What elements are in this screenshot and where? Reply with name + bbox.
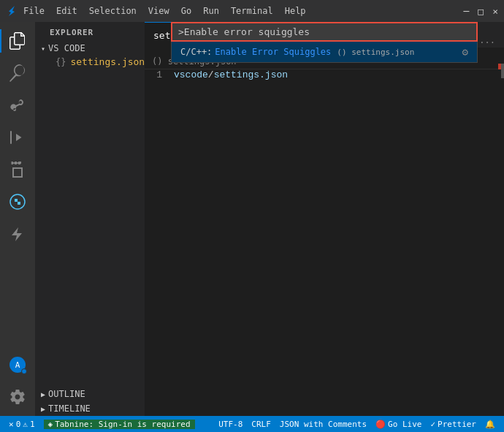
outline-section[interactable]: ▶ OUTLINE (35, 387, 145, 401)
status-left: ✕ 0 ⚠ 1 ◈ Tabnine: Sign-in is required (6, 420, 195, 429)
command-gear-icon[interactable]: ⚙ (462, 46, 468, 58)
scrollbar-thumb[interactable] (501, 64, 504, 78)
error-icon: ✕ (9, 420, 14, 429)
golive-icon: 🔴 (375, 420, 386, 429)
vs-code-section: ▾ VS CODE {} settings.json 1 (35, 40, 145, 70)
app-icon (6, 5, 18, 17)
titlebar: File Edit Selection View Go Run Terminal… (0, 0, 504, 22)
settings-file-item[interactable]: {} settings.json 1 (35, 55, 145, 69)
vs-code-section-header[interactable]: ▾ VS CODE (35, 42, 145, 55)
editor-line-1: 1 vscode/settings.json (145, 69, 504, 84)
source-control-activity-icon[interactable] (0, 89, 35, 121)
minimap-indicator (498, 64, 501, 69)
code-file: settings.json (214, 69, 288, 80)
line-ending-label: CRLF (251, 420, 271, 429)
golive-status[interactable]: 🔴 Go Live (373, 420, 424, 429)
error-count: 0 (16, 420, 21, 429)
close-button[interactable]: × (492, 6, 498, 17)
editor-area: C/C++: Enable Error Squiggles () setting… (145, 22, 504, 416)
run-debug-activity-icon[interactable] (0, 121, 35, 154)
extensions-activity-icon[interactable] (0, 154, 35, 186)
menu-terminal[interactable]: Terminal (231, 6, 273, 16)
sidebar: EXPLORER ▾ VS CODE {} settings.json 1 ▶ … (35, 22, 145, 416)
command-item[interactable]: C/C++: Enable Error Squiggles () setting… (172, 42, 477, 62)
activity-bar: A (0, 22, 35, 416)
command-input-wrapper (171, 22, 478, 42)
prettier-label: Prettier (438, 420, 476, 429)
minimize-button[interactable]: ─ (464, 6, 470, 17)
scrollbar-track (501, 64, 504, 416)
file-name: settings.json (70, 56, 145, 67)
menu-selection[interactable]: Selection (89, 6, 137, 16)
prettier-status[interactable]: ✓ Prettier (427, 420, 479, 429)
command-dropdown: C/C++: Enable Error Squiggles () setting… (171, 42, 478, 63)
language-status[interactable]: JSON with Comments (277, 420, 370, 429)
menu-view[interactable]: View (148, 6, 169, 16)
menu-file[interactable]: File (23, 6, 45, 16)
prettier-icon: ✓ (430, 420, 435, 429)
status-errors[interactable]: ✕ 0 ⚠ 1 (6, 420, 38, 429)
file-icon: {} (56, 57, 66, 67)
maximize-button[interactable]: □ (478, 6, 484, 17)
sidebar-bottom: ▶ OUTLINE ▶ TIMELINE (35, 387, 145, 416)
code-path: vscode (174, 69, 208, 80)
timeline-label: TIMELINE (48, 403, 91, 414)
status-right: UTF-8 CRLF JSON with Comments 🔴 Go Live … (215, 420, 498, 429)
line-content-1: vscode/settings.json (174, 69, 288, 80)
warning-count: 1 (30, 420, 35, 429)
command-label: Enable Error Squiggles (215, 47, 331, 57)
language-label: JSON with Comments (280, 420, 367, 429)
encoding-label: UTF-8 (218, 420, 243, 429)
bell-icon: 🔔 (485, 420, 495, 429)
outline-arrow-icon: ▶ (41, 390, 45, 398)
tabnine-icon: ◈ (48, 420, 53, 429)
menu-run[interactable]: Run (203, 6, 219, 16)
outline-label: OUTLINE (48, 389, 85, 399)
explorer-activity-icon[interactable] (0, 25, 35, 57)
window-controls: ─ □ × (464, 6, 498, 17)
command-sub: () settings.json (337, 48, 414, 57)
command-category: C/C++: (180, 47, 212, 57)
timeline-section[interactable]: ▶ TIMELINE (35, 401, 145, 416)
more-actions-icon[interactable]: ··· (479, 37, 495, 48)
command-palette-input[interactable] (178, 26, 470, 37)
sidebar-header: EXPLORER (35, 22, 145, 40)
menu-edit[interactable]: Edit (56, 6, 77, 16)
menu-go[interactable]: Go (181, 6, 191, 16)
remote-activity-icon[interactable] (0, 218, 35, 250)
menu-help[interactable]: Help (285, 6, 306, 16)
svg-rect-0 (10, 131, 12, 144)
account-activity-icon[interactable]: A (0, 349, 35, 381)
code-slash: / (208, 69, 214, 80)
line-ending-status[interactable]: CRLF (248, 420, 274, 429)
warning-icon: ⚠ (23, 420, 28, 429)
line-number-1: 1 (145, 69, 174, 80)
titlebar-menu: File Edit Selection View Go Run Terminal… (23, 6, 306, 16)
command-palette[interactable]: C/C++: Enable Error Squiggles () setting… (171, 22, 478, 63)
settings-activity-icon[interactable] (0, 381, 35, 413)
python-activity-icon[interactable] (0, 186, 35, 218)
encoding-status[interactable]: UTF-8 (215, 420, 245, 429)
golive-label: Go Live (388, 420, 421, 429)
tabnine-label: Tabnine: Sign-in is required (55, 420, 190, 429)
status-bar: ✕ 0 ⚠ 1 ◈ Tabnine: Sign-in is required U… (0, 416, 504, 432)
tabnine-status[interactable]: ◈ Tabnine: Sign-in is required (44, 420, 195, 429)
timeline-arrow-icon: ▶ (41, 405, 45, 413)
search-activity-icon[interactable] (0, 57, 35, 89)
section-label: VS CODE (48, 43, 85, 53)
editor-content: () settings.json 1 vscode/settings.json (145, 48, 504, 416)
section-arrow-icon: ▾ (41, 45, 45, 53)
notifications-button[interactable]: 🔔 (482, 420, 498, 429)
